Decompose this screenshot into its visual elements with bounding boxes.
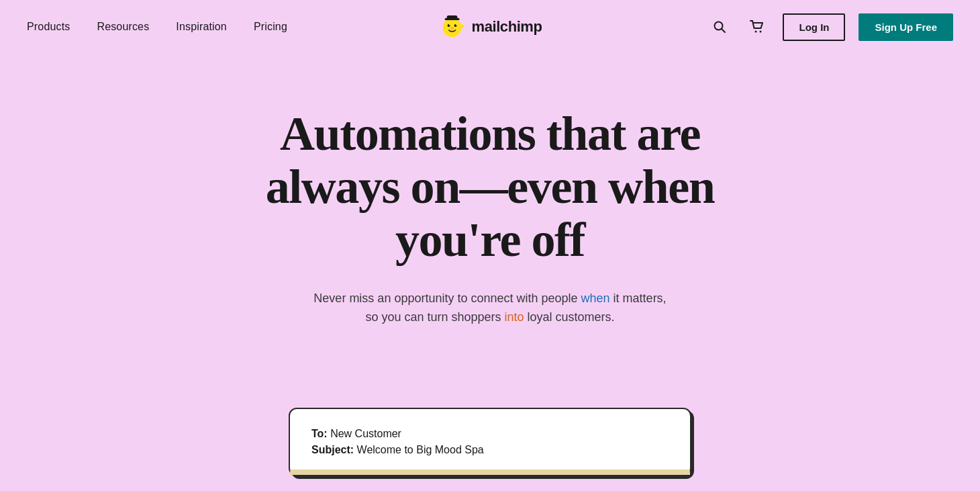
hero-subtitle-highlight-when: when — [581, 292, 610, 305]
email-subject-label: Subject: — [311, 444, 354, 455]
navbar: Products Resources Inspiration Pricing m… — [0, 0, 980, 54]
email-preview-wrapper: To: New Customer Subject: Welcome to Big… — [0, 408, 980, 476]
email-to-value-text: New Customer — [330, 428, 401, 439]
email-subject-value-text: Welcome to Big Mood Spa — [357, 444, 484, 455]
signup-button[interactable]: Sign Up Free — [859, 13, 953, 41]
logo[interactable]: mailchimp — [438, 13, 542, 41]
svg-point-12 — [760, 31, 762, 33]
svg-rect-8 — [447, 15, 458, 19]
svg-line-10 — [722, 29, 725, 32]
hero-subtitle: Never miss an opportunity to connect wit… — [309, 289, 671, 328]
email-body-preview — [290, 470, 690, 475]
nav-item-pricing[interactable]: Pricing — [254, 21, 287, 33]
cart-button[interactable] — [745, 15, 769, 39]
email-to-field: To: New Customer — [311, 428, 669, 440]
svg-point-6 — [459, 24, 464, 28]
mailchimp-logo-icon — [438, 13, 467, 41]
nav-item-inspiration[interactable]: Inspiration — [176, 21, 227, 33]
logo-text: mailchimp — [472, 18, 542, 36]
search-icon — [713, 20, 726, 34]
search-button[interactable] — [707, 15, 732, 39]
cart-icon — [750, 20, 765, 34]
nav-right: Log In Sign Up Free — [707, 13, 953, 41]
email-to-label: To: — [311, 428, 328, 439]
nav-left: Products Resources Inspiration Pricing — [27, 21, 287, 33]
hero-title: Automations that are always on—even when… — [238, 107, 742, 267]
hero-subtitle-highlight-into: into — [505, 310, 524, 324]
hero-section: Automations that are always on—even when… — [0, 54, 980, 367]
email-preview-card: To: New Customer Subject: Welcome to Big… — [289, 408, 691, 476]
nav-item-products[interactable]: Products — [27, 21, 70, 33]
nav-item-resources[interactable]: Resources — [97, 21, 149, 33]
svg-point-4 — [456, 24, 456, 25]
login-button[interactable]: Log In — [783, 13, 845, 41]
svg-point-5 — [450, 27, 454, 30]
svg-point-3 — [449, 24, 450, 25]
email-subject-field: Subject: Welcome to Big Mood Spa — [311, 444, 669, 456]
svg-point-11 — [755, 31, 757, 33]
